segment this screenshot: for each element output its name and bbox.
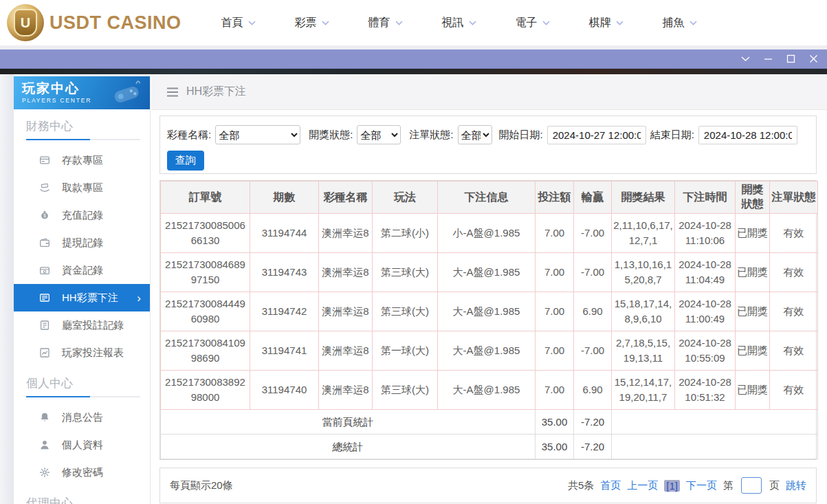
breadcrumb-title: HH彩票下注 [186, 85, 246, 99]
sidebar-item-withdraw-record[interactable]: 提現記錄 [14, 229, 150, 256]
nav-item-home[interactable]: 首頁 [221, 16, 256, 30]
pagination-prev[interactable]: 上一页 [627, 479, 658, 492]
window-collapse-button[interactable] [740, 54, 751, 65]
order-status-select[interactable]: 全部 [458, 125, 492, 144]
sidebar-item-label: 消息公告 [62, 411, 103, 424]
cell-draw-status: 已開獎 [736, 253, 770, 292]
pagination-controls: 共5条 首页 上一页 [1] 下一页 第 页 跳转 [568, 477, 806, 494]
sidebar-item-label: 取款專區 [62, 182, 103, 195]
cell-bet-time: 2024-10-28 10:51:32 [675, 371, 736, 410]
sidebar-item-label: 存款專區 [62, 154, 103, 167]
sidebar-item-hh-lottery-bets[interactable]: HH彩票下注› [14, 284, 150, 311]
table-row: 215217300846899715031194743澳洲幸运8第三球(大)大-… [161, 253, 818, 292]
sidebar: 玩家中心 PLAYERS CENTER 財務中心存款專區取款專區$充值記錄提 [14, 76, 151, 504]
table-row: 215217300850066613031194744澳洲幸运8第二球(小)小-… [161, 214, 818, 253]
pagination-current-page[interactable]: [1] [664, 480, 680, 492]
col-header-order-status: 注單狀態 [770, 182, 818, 214]
cell-bet-info: 大-A盤@1.985 [438, 371, 536, 410]
nav-item-slots[interactable]: 電子 [516, 16, 550, 30]
bets-table-wrap: 訂單號期數彩種名稱玩法下注信息投注額輸贏開獎結果下注時間開獎狀態注單狀態 215… [159, 180, 817, 460]
sidebar-item-deposit[interactable]: 存款專區 [14, 146, 150, 174]
col-header-order-no: 訂單號 [161, 182, 250, 214]
pagination-first[interactable]: 首页 [600, 479, 621, 492]
start-date-input[interactable] [547, 126, 646, 144]
report-icon [39, 347, 50, 358]
nav-item-label: 棋牌 [589, 16, 611, 30]
pagination-panel: 每頁顯示20條 共5条 首页 上一页 [1] 下一页 第 页 跳转 [159, 468, 817, 503]
cell-period: 31194740 [250, 371, 319, 410]
sidebar-item-label: 廳室投註記錄 [62, 319, 124, 332]
summary-label: 當前頁統計 [161, 410, 536, 435]
end-date-input[interactable] [698, 126, 797, 144]
cell-play-type: 第三球(大) [373, 371, 438, 410]
breadcrumb: HH彩票下注 [151, 74, 827, 110]
hamburger-icon[interactable] [166, 87, 179, 97]
cell-draw-result: 2,11,10,6,17,12,7,1 [612, 214, 675, 253]
content: HH彩票下注 彩種名稱: 全部 開獎狀態: 全部 注單狀態: 全部 開始日期: … [151, 74, 827, 504]
nav-item-fishing[interactable]: 捕魚 [663, 16, 697, 30]
nav-item-sports[interactable]: 體育 [368, 16, 403, 30]
col-header-play-type: 玩法 [373, 182, 438, 214]
nav-item-board-games[interactable]: 棋牌 [589, 16, 624, 30]
cell-lottery-name: 澳洲幸运8 [319, 371, 373, 410]
sidebar-item-hall-bet-record[interactable]: 廳室投註記錄 [14, 311, 150, 339]
recharge-icon: $ [39, 210, 50, 221]
sidebar-item-recharge-record[interactable]: $充值記錄 [14, 201, 150, 229]
page-jump-input[interactable] [741, 477, 762, 494]
chevron-down-icon [395, 21, 403, 25]
cell-bet-amount: 7.00 [536, 214, 574, 253]
summary-win-loss-total: -7.20 [574, 435, 612, 459]
brand[interactable]: U USDT CASINO [0, 4, 181, 41]
lottery-icon [39, 292, 50, 303]
window-maximize-button[interactable] [785, 54, 796, 65]
sidebar-item-messages[interactable]: 消息公告 [14, 404, 150, 431]
nav-item-label: 視訊 [442, 16, 464, 30]
sidebar-item-player-bet-report[interactable]: 玩家投注報表 [14, 339, 150, 366]
section-underline [26, 139, 140, 140]
nav-item-label: 彩票 [295, 16, 317, 30]
cell-draw-status: 已開獎 [736, 331, 770, 371]
bets-table: 訂單號期數彩種名稱玩法下注信息投注額輸贏開獎結果下注時間開獎狀態注單狀態 215… [160, 181, 818, 459]
dark-banner-strip [0, 69, 827, 74]
chevron-down-icon [248, 21, 256, 25]
cell-bet-info: 大-A盤@1.985 [438, 253, 536, 292]
cell-bet-time: 2024-10-28 11:04:49 [675, 253, 736, 292]
col-header-period: 期數 [250, 182, 319, 214]
sidebar-item-change-password[interactable]: 修改密碼 [14, 459, 150, 486]
sidebar-item-funds-record[interactable]: 資金記錄 [14, 256, 150, 284]
page: U USDT CASINO 首頁彩票體育視訊電子棋牌捕魚 玩家中心 PL [0, 0, 827, 504]
cell-win-loss: -7.00 [574, 214, 612, 253]
cell-draw-status: 已開獎 [736, 214, 770, 253]
window-minimize-button[interactable] [762, 54, 773, 65]
cell-bet-amount: 7.00 [536, 371, 574, 410]
sidebar-section: 代理中心 [14, 486, 150, 504]
summary-row-current-page: 當前頁統計35.00-7.20 [161, 410, 818, 435]
pagination-next[interactable]: 下一页 [686, 479, 717, 492]
total-count-text: 共5条 [568, 479, 594, 492]
cell-draw-result: 2,7,18,5,15,19,13,11 [612, 331, 675, 371]
chevron-right-icon: › [137, 292, 141, 304]
sidebar-sections: 財務中心存款專區取款專區$充值記錄提現記錄資金記錄HH彩票下注›廳室投註記錄玩家… [14, 109, 150, 504]
summary-row-total: 總統計35.00-7.20 [161, 435, 818, 459]
lottery-select[interactable]: 全部 [215, 125, 300, 144]
draw-status-select[interactable]: 全部 [357, 125, 401, 144]
gear-icon [39, 467, 50, 478]
sidebar-section-title: 代理中心 [14, 495, 150, 504]
cell-lottery-name: 澳洲幸运8 [319, 253, 373, 292]
gamepad-icon [109, 80, 144, 111]
cell-order-status: 有效 [770, 214, 818, 253]
nav-item-video[interactable]: 視訊 [442, 16, 476, 30]
col-header-draw-status: 開獎狀態 [736, 182, 770, 214]
table-header-row: 訂單號期數彩種名稱玩法下注信息投注額輸贏開獎結果下注時間開獎狀態注單狀態 [161, 182, 818, 214]
pagination-jump-button[interactable]: 跳转 [786, 479, 806, 492]
cell-lottery-name: 澳洲幸运8 [319, 214, 373, 253]
nav-item-lottery[interactable]: 彩票 [295, 16, 329, 30]
cell-order-no: 2152173008468997150 [161, 253, 250, 292]
sidebar-header: 玩家中心 PLAYERS CENTER [14, 76, 150, 109]
window-close-button[interactable] [808, 54, 819, 65]
sidebar-item-profile[interactable]: 個人資料 [14, 431, 150, 459]
search-button[interactable]: 查詢 [167, 151, 204, 171]
cell-bet-amount: 7.00 [536, 331, 574, 371]
sidebar-item-label: 修改密碼 [62, 466, 103, 479]
sidebar-item-withdraw[interactable]: 取款專區 [14, 174, 150, 201]
